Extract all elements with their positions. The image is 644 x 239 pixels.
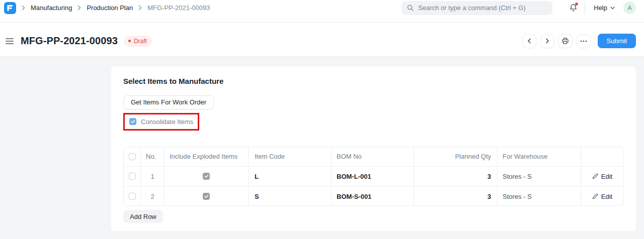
submit-button[interactable]: Submit <box>598 34 636 48</box>
breadcrumb-item-current[interactable]: MFG-PP-2021-00093 <box>147 4 210 12</box>
include-exploded-cell <box>165 167 249 186</box>
user-avatar[interactable]: A <box>623 2 636 14</box>
edit-row-button[interactable]: Edit <box>581 167 623 186</box>
next-document-button[interactable] <box>540 34 554 48</box>
planned-qty-cell[interactable]: 3 <box>414 167 498 186</box>
consolidate-items-checkbox[interactable] <box>129 118 136 125</box>
bom-no-cell[interactable]: BOM-S-001 <box>332 187 414 206</box>
header-include-exploded-items: Include Exploded Items <box>165 147 249 166</box>
warehouse-cell[interactable]: Stores - S <box>498 187 581 206</box>
page-title: MFG-PP-2021-00093 <box>21 35 118 47</box>
row-number: 1 <box>141 167 165 186</box>
row-number: 2 <box>141 187 165 206</box>
item-code-cell[interactable]: S <box>249 187 332 206</box>
search-input[interactable] <box>418 4 547 12</box>
header-select-cell <box>124 147 141 166</box>
global-search[interactable] <box>401 1 552 15</box>
checkmark-icon <box>204 174 209 178</box>
consolidate-items-label[interactable]: Consolidate Items <box>141 118 193 126</box>
planned-qty-cell[interactable]: 3 <box>414 187 498 206</box>
edit-row-button[interactable]: Edit <box>581 187 623 206</box>
avatar-initial: A <box>627 5 631 12</box>
previous-document-button[interactable] <box>522 34 536 48</box>
include-exploded-checkbox[interactable] <box>203 173 210 180</box>
menu-button[interactable] <box>577 34 591 48</box>
section-title: Select Items to Manufacture <box>123 77 223 85</box>
erpnext-logo-icon <box>7 5 14 12</box>
sidebar-toggle-button[interactable] <box>4 37 15 45</box>
header-edit-cell <box>581 147 623 166</box>
annotation-highlight-box: Consolidate Items <box>123 113 199 131</box>
header-bom-no: BOM No <box>332 147 414 166</box>
items-table: No. Include Exploded Items Item Code BOM… <box>123 147 624 206</box>
chevron-down-icon <box>610 7 615 10</box>
ellipsis-icon <box>580 40 587 42</box>
chevron-right-icon <box>22 5 25 11</box>
breadcrumb: Manufacturing Production Plan MFG-PP-202… <box>4 2 210 14</box>
row-select-cell <box>124 167 141 186</box>
chevron-right-icon <box>545 38 549 44</box>
status-badge: Draft <box>124 36 152 47</box>
breadcrumb-item-manufacturing[interactable]: Manufacturing <box>31 4 72 12</box>
chevron-right-icon <box>77 5 81 11</box>
search-icon <box>407 4 414 12</box>
header-no: No. <box>141 147 165 166</box>
include-exploded-checkbox[interactable] <box>203 193 210 200</box>
breadcrumb-item-production-plan[interactable]: Production Plan <box>87 4 133 12</box>
page-body: Select Items to Manufacture Get Items Fo… <box>0 57 644 239</box>
navbar-divider <box>585 2 585 14</box>
get-items-for-work-order-button[interactable]: Get Items For Work Order <box>123 95 214 109</box>
status-label: Draft <box>134 38 147 45</box>
table-header-row: No. Include Exploded Items Item Code BOM… <box>124 147 623 166</box>
pencil-icon <box>592 193 598 199</box>
chevron-right-icon <box>138 5 142 11</box>
select-all-checkbox[interactable] <box>129 153 136 160</box>
row-checkbox[interactable] <box>129 173 136 180</box>
header-for-warehouse: For Warehouse <box>498 147 581 166</box>
include-exploded-cell <box>165 187 249 206</box>
page-header: MFG-PP-2021-00093 Draft <box>0 23 644 57</box>
row-select-cell <box>124 187 141 206</box>
table-row: 1 L BOM-L-001 3 Stores - S Edit <box>124 166 623 186</box>
item-code-cell[interactable]: L <box>249 167 332 186</box>
app-logo[interactable] <box>4 2 16 14</box>
header-item-code: Item Code <box>249 147 332 166</box>
help-label: Help <box>594 4 607 12</box>
form-section-card: Select Items to Manufacture Get Items Fo… <box>111 66 636 231</box>
row-checkbox[interactable] <box>129 193 136 200</box>
chevron-left-icon <box>527 38 531 44</box>
table-row: 2 S BOM-S-001 3 Stores - S Edit <box>124 186 623 206</box>
notifications-button[interactable] <box>568 3 578 13</box>
edit-label: Edit <box>601 193 612 200</box>
top-navbar: Manufacturing Production Plan MFG-PP-202… <box>0 0 644 23</box>
status-dot-icon <box>128 40 131 42</box>
print-button[interactable] <box>558 34 573 48</box>
bom-no-cell[interactable]: BOM-L-001 <box>332 167 414 186</box>
checkmark-icon <box>204 194 209 198</box>
checkmark-icon <box>131 120 135 124</box>
pencil-icon <box>592 173 598 179</box>
header-planned-qty: Planned Qty <box>414 147 498 166</box>
help-menu[interactable]: Help <box>592 4 617 12</box>
printer-icon <box>561 37 569 45</box>
add-row-button[interactable]: Add Row <box>123 210 163 223</box>
warehouse-cell[interactable]: Stores - S <box>498 167 581 186</box>
notification-unread-dot <box>575 3 578 6</box>
edit-label: Edit <box>601 173 612 180</box>
